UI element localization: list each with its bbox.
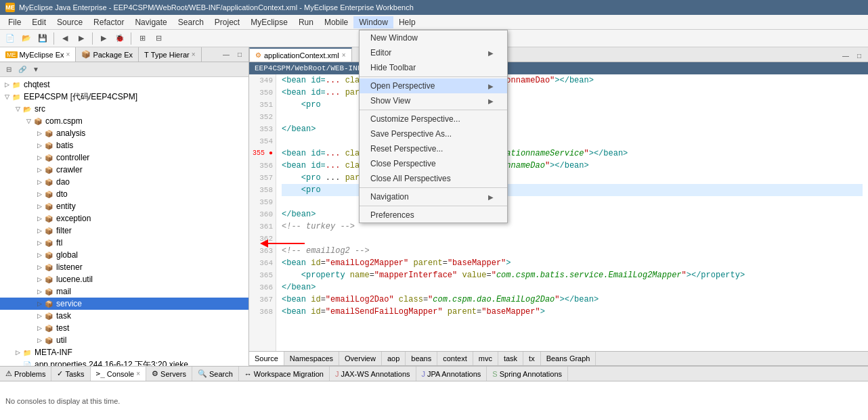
tree-item-entity[interactable]: ▷ 📦 entity <box>0 200 248 212</box>
collapse-all-btn[interactable]: ⊟ <box>3 64 15 76</box>
tree-item-src[interactable]: ▽ 📂 src <box>0 103 248 115</box>
tree-item-filter[interactable]: ▷ 📦 filter <box>0 225 248 237</box>
menu-open-perspective[interactable]: Open Perspective ▶ <box>360 78 507 93</box>
menu-refactor[interactable]: Refactor <box>88 16 129 28</box>
tree-item-test[interactable]: ▷ 📦 test <box>0 322 248 334</box>
editor-btab-beans[interactable]: beans <box>406 352 437 365</box>
tree-item-metainf[interactable]: ▷ 📁 META-INF <box>0 346 248 358</box>
arrow-test: ▷ <box>35 325 43 331</box>
tab-type-hierarchy[interactable]: T Type Hierar × <box>139 47 201 62</box>
menu-close-all-perspectives[interactable]: Close All Perspectives <box>360 171 507 186</box>
tree-item-task[interactable]: ▷ 📦 task <box>0 310 248 322</box>
tab-package-explorer[interactable]: 📦 Package Ex <box>76 47 139 62</box>
menu-window[interactable]: Window <box>353 16 393 28</box>
toolbar-save[interactable]: 💾 <box>35 31 50 46</box>
bptab-console[interactable]: >_ Console × <box>91 367 146 381</box>
tree-item-eep4cspm[interactable]: ▽ 📁 EEP4CSPM [代码/EEP4CSPM] <box>0 91 248 103</box>
tree-item-dto[interactable]: ▷ 📦 dto <box>0 188 248 200</box>
save-perspective-label: Save Perspective As... <box>370 129 452 139</box>
tree-item-crawler[interactable]: ▷ 📦 crawler <box>0 164 248 176</box>
menu-source[interactable]: Source <box>51 16 88 28</box>
editor-btab-overview[interactable]: Overview <box>339 352 382 365</box>
menu-help[interactable]: Help <box>393 16 421 28</box>
tree-item-ftl[interactable]: ▷ 📦 ftl <box>0 237 248 249</box>
menu-editor[interactable]: Editor ▶ <box>360 45 507 60</box>
toolbar-run[interactable]: ▶ <box>96 31 111 46</box>
menu-preferences[interactable]: Preferences <box>360 208 507 223</box>
toolbar-back[interactable]: ◀ <box>58 31 72 46</box>
editor-minimize[interactable]: — <box>840 49 852 62</box>
bptab-jpa[interactable]: J JPA Annotations <box>416 367 487 381</box>
editor-tabs: ⚙ applicationContext.xml × — □ <box>249 47 868 62</box>
tree-item-mail[interactable]: ▷ 📦 mail <box>0 285 248 298</box>
maximize-btn[interactable]: □ <box>234 49 246 61</box>
tab-myeclipse-close[interactable]: × <box>66 51 70 58</box>
bptab-servers[interactable]: ⚙ Servers <box>146 367 192 381</box>
editor-maximize[interactable]: □ <box>853 49 865 62</box>
tree-item-global[interactable]: ▷ 📦 global <box>0 249 248 261</box>
tree-item-comcspm[interactable]: ▽ 📦 com.cspm <box>0 115 248 127</box>
bptab-tasks[interactable]: ✓ Tasks <box>51 367 90 381</box>
editor-btab-source[interactable]: Source <box>249 352 284 365</box>
tree-item-chqtest[interactable]: ▷ 📁 chqtest <box>0 78 248 91</box>
menu-save-perspective[interactable]: Save Perspective As... <box>360 126 507 141</box>
tree-item-exception[interactable]: ▷ 📦 exception <box>0 212 248 225</box>
menu-myeclipse[interactable]: MyEclipse <box>245 16 293 28</box>
menu-navigation[interactable]: Navigation ▶ <box>360 189 507 204</box>
menu-run[interactable]: Run <box>293 16 319 28</box>
tree-item-util[interactable]: ▷ 📦 util <box>0 334 248 346</box>
window-dropdown[interactable]: New Window Editor ▶ Hide Toolbar Open Pe… <box>359 30 508 223</box>
editor-btab-aop[interactable]: aop <box>382 352 406 365</box>
toolbar-view[interactable]: ⊟ <box>151 31 166 46</box>
code-366: </bean> <box>282 281 863 294</box>
menu-mobile[interactable]: Mobile <box>319 16 353 28</box>
editor-tab-close[interactable]: × <box>342 51 346 59</box>
bptab-jaxws[interactable]: J JAX-WS Annotations <box>330 367 416 381</box>
folder-icon-src: 📂 <box>22 103 32 114</box>
editor-tab-appcontext[interactable]: ⚙ applicationContext.xml × <box>249 47 352 62</box>
tree-item-listener[interactable]: ▷ 📦 listener <box>0 261 248 273</box>
tab-type-close[interactable]: × <box>192 51 196 58</box>
label-service: service <box>56 299 82 308</box>
editor-btab-task[interactable]: task <box>498 352 523 365</box>
tree-item-appprops[interactable]: ▷ 📄 app.properties 244 16-6-12 下午3:20 xi… <box>0 358 248 366</box>
editor-btab-context[interactable]: context <box>437 352 473 365</box>
editor-btab-namespaces[interactable]: Namespaces <box>284 352 339 365</box>
menu-new-window[interactable]: New Window <box>360 30 507 45</box>
ln-363: 363 <box>252 245 273 257</box>
toolbar-forward[interactable]: ▶ <box>74 31 89 46</box>
tree-item-analysis[interactable]: ▷ 📦 analysis <box>0 127 248 139</box>
tree-item-batis[interactable]: ▷ 📦 batis <box>0 139 248 151</box>
menu-reset-perspective[interactable]: Reset Perspective... <box>360 141 507 156</box>
link-with-editor-btn[interactable]: 🔗 <box>16 64 28 76</box>
tree-item-lucene[interactable]: ▷ 📦 lucene.util <box>0 273 248 285</box>
menu-search[interactable]: Search <box>173 16 209 28</box>
view-menu-btn[interactable]: ▼ <box>30 64 42 76</box>
toolbar-perspective[interactable]: ⊞ <box>135 31 150 46</box>
bptab-spring[interactable]: S Spring Annotations <box>487 367 568 381</box>
bptab-problems[interactable]: ⚠ Problems <box>0 367 51 381</box>
code-area[interactable]: 349 350 351 352 353 354 355 ● 356 357 35… <box>249 74 868 351</box>
menu-close-perspective[interactable]: Close Perspective <box>360 156 507 171</box>
console-close[interactable]: × <box>136 370 140 377</box>
tree-item-service[interactable]: ▷ 📦 service <box>0 298 248 310</box>
toolbar-new[interactable]: 📄 <box>3 31 18 46</box>
minimize-btn[interactable]: — <box>220 49 232 61</box>
menu-navigate[interactable]: Navigate <box>129 16 172 28</box>
menu-customize-perspective[interactable]: Customize Perspective... <box>360 112 507 126</box>
menu-file[interactable]: File <box>3 16 26 28</box>
menu-show-view[interactable]: Show View ▶ <box>360 93 507 108</box>
editor-btab-tx[interactable]: tx <box>523 352 541 365</box>
editor-btab-mvc[interactable]: mvc <box>473 352 498 365</box>
toolbar-open[interactable]: 📂 <box>19 31 34 46</box>
bptab-workspace[interactable]: ↔ Workspace Migration <box>239 367 330 381</box>
menu-hide-toolbar[interactable]: Hide Toolbar <box>360 60 507 75</box>
bptab-search[interactable]: 🔍 Search <box>192 367 239 381</box>
menu-project[interactable]: Project <box>209 16 245 28</box>
tab-myeclipse-explorer[interactable]: ME MyEclipse Ex × <box>0 47 76 62</box>
tree-item-controller[interactable]: ▷ 📦 controller <box>0 151 248 164</box>
editor-btab-beansgraph[interactable]: Beans Graph <box>541 352 596 365</box>
toolbar-debug[interactable]: 🐞 <box>112 31 127 46</box>
menu-edit[interactable]: Edit <box>26 16 51 28</box>
tree-item-dao[interactable]: ▷ 📦 dao <box>0 176 248 188</box>
